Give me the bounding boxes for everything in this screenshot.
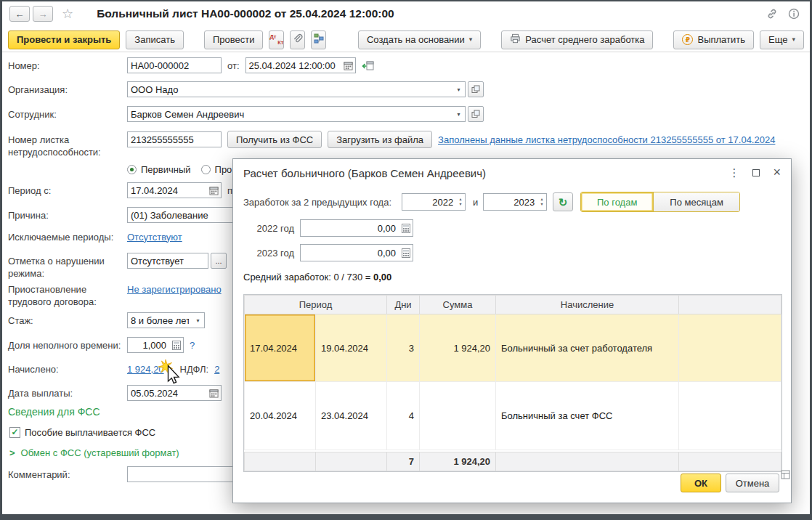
suspension-link[interactable]: Не зарегистрировано (127, 284, 222, 295)
employee-open-button[interactable] (468, 106, 484, 122)
pay-label: Выплатить (697, 34, 745, 45)
pay-date-input[interactable] (128, 386, 207, 400)
grid-cell[interactable] (420, 382, 496, 450)
post-button[interactable]: Провести (204, 31, 264, 49)
set-current-date-icon[interactable] (362, 60, 374, 71)
spinner-icon[interactable]: ▴▾ (537, 194, 546, 210)
expander-chevron-icon[interactable]: > (9, 447, 15, 458)
create-on-basis-button[interactable]: Создать на основании ▾ (358, 31, 481, 49)
ndfl-value-link[interactable]: 2 (214, 364, 219, 375)
experience-dropdown-icon[interactable]: ▾ (192, 313, 204, 328)
calendar-icon[interactable] (207, 183, 221, 198)
col-header-days[interactable]: Дни (387, 296, 420, 314)
grid-cell[interactable]: Больничный за счет ФСС (496, 382, 679, 450)
grid-cell[interactable]: 1 924,20 (420, 314, 496, 382)
experience-field: ▾ (127, 312, 205, 328)
calc-grid: Период Дни Сумма Начисление 17.04.202419… (243, 294, 782, 472)
more-button[interactable]: Еще ▾ (760, 31, 804, 49)
grid-cell[interactable]: 4 (387, 382, 420, 450)
period-from-input[interactable] (128, 183, 207, 198)
employee-label: Сотрудник: (8, 109, 124, 121)
grid-cell[interactable] (679, 382, 781, 450)
back-button[interactable]: ← (9, 6, 30, 22)
open-icon (471, 110, 480, 118)
grid-cell[interactable]: Больничный за счет работодателя (496, 314, 679, 382)
dialog-menu-icon[interactable]: ⋮ (728, 166, 739, 179)
organization-field: ▾ (127, 81, 466, 97)
grid-row[interactable]: 20.04.202423.04.20244Больничный за счет … (245, 382, 781, 450)
by-months-toggle[interactable]: По месяцам (653, 192, 739, 211)
post-and-close-button[interactable]: Провести и закрыть (8, 31, 120, 49)
number-input[interactable] (128, 58, 221, 73)
dtkt-postings-button[interactable]: ДтКт (269, 31, 284, 49)
period-from-field (127, 182, 222, 198)
by-years-toggle[interactable]: По годам (581, 192, 653, 211)
cancel-button[interactable]: Отмена (726, 474, 779, 492)
close-icon[interactable]: × (773, 165, 781, 180)
earn-2023-input[interactable] (301, 245, 399, 261)
mouse-cursor (158, 359, 184, 386)
get-from-fss-button[interactable]: Получить из ФСС (227, 131, 322, 148)
grid-cell[interactable]: 19.04.2024 (316, 314, 387, 382)
violation-choose-button[interactable]: ... (211, 253, 227, 269)
earn-2022-field (300, 219, 413, 237)
grid-row[interactable]: 17.04.202419.04.202431 924,20Больничный … (245, 314, 781, 382)
refresh-button[interactable]: ↻ (553, 192, 573, 211)
calculator-icon[interactable] (399, 245, 413, 261)
calculator-icon[interactable] (169, 338, 183, 352)
write-button[interactable]: Записать (126, 31, 184, 49)
fss-paid-checkbox[interactable]: ✓ Пособие выплачивается ФСС (9, 427, 155, 438)
employee-input[interactable] (128, 107, 452, 121)
related-documents-button[interactable] (311, 31, 326, 49)
year-to-input[interactable] (484, 194, 537, 210)
fss-paid-checkbox-label: Пособие выплачивается ФСС (25, 427, 155, 438)
grid-cell[interactable]: 3 (387, 314, 420, 382)
violation-input[interactable] (128, 253, 208, 268)
organization-input[interactable] (128, 82, 452, 97)
radio-primary[interactable]: Первичный (127, 164, 191, 175)
calculator-icon[interactable] (399, 220, 413, 236)
grid-cell[interactable] (679, 314, 781, 382)
year-from-input[interactable] (402, 194, 456, 210)
excluded-periods-link[interactable]: Отсутствуют (127, 232, 182, 243)
sick-number-input[interactable] (128, 132, 221, 147)
dtkt-icon: ДтКт (269, 34, 283, 46)
experience-input[interactable] (128, 313, 192, 328)
sick-data-filled-link[interactable]: Заполнены данные листка нетрудоспособнос… (438, 134, 775, 145)
load-from-file-button[interactable]: Загрузить из файла (328, 131, 432, 148)
from-label: от: (227, 60, 240, 71)
pay-button[interactable]: ₽ Выплатить (673, 31, 754, 49)
radio-primary-label: Первичный (141, 164, 191, 175)
sick-number-field (127, 131, 222, 147)
part-time-help-link[interactable]: ? (190, 340, 195, 351)
calendar-icon[interactable] (341, 58, 355, 73)
attachments-button[interactable] (290, 31, 305, 49)
grid-cell[interactable]: 20.04.2024 (245, 382, 316, 450)
favorite-star-icon[interactable]: ☆ (62, 6, 73, 22)
get-link-icon[interactable] (766, 8, 778, 20)
organization-dropdown-icon[interactable]: ▾ (452, 82, 465, 97)
grid-cell[interactable]: 23.04.2024 (316, 382, 387, 450)
grid-settings-icon[interactable] (781, 470, 790, 482)
info-icon[interactable] (788, 8, 800, 20)
grid-cell[interactable]: 17.04.2024 (245, 314, 316, 382)
fss-exchange-link[interactable]: Обмен с ФСС (устаревший формат) (21, 447, 179, 458)
organization-open-button[interactable] (468, 81, 484, 97)
earn-2023-field (300, 244, 413, 261)
col-header-accrual[interactable]: Начисление (496, 296, 679, 314)
col-header-sum[interactable]: Сумма (420, 296, 496, 314)
spinner-icon[interactable]: ▴▾ (456, 194, 465, 210)
earn-2022-input[interactable] (301, 220, 399, 236)
avg-earnings-button[interactable]: Расчет среднего заработка (501, 31, 653, 49)
number-field (127, 57, 222, 73)
col-header-period[interactable]: Период (245, 296, 387, 314)
document-date-input[interactable] (246, 58, 341, 73)
maximize-icon[interactable] (752, 169, 760, 176)
radio-continuation[interactable]: Про (201, 164, 232, 175)
part-time-input[interactable] (128, 338, 169, 352)
ok-button[interactable]: ОК (681, 474, 721, 492)
calendar-icon[interactable] (207, 386, 221, 400)
employee-dropdown-icon[interactable]: ▾ (452, 107, 465, 121)
forward-button[interactable]: → (33, 6, 53, 22)
radio-dot-icon (127, 165, 137, 174)
